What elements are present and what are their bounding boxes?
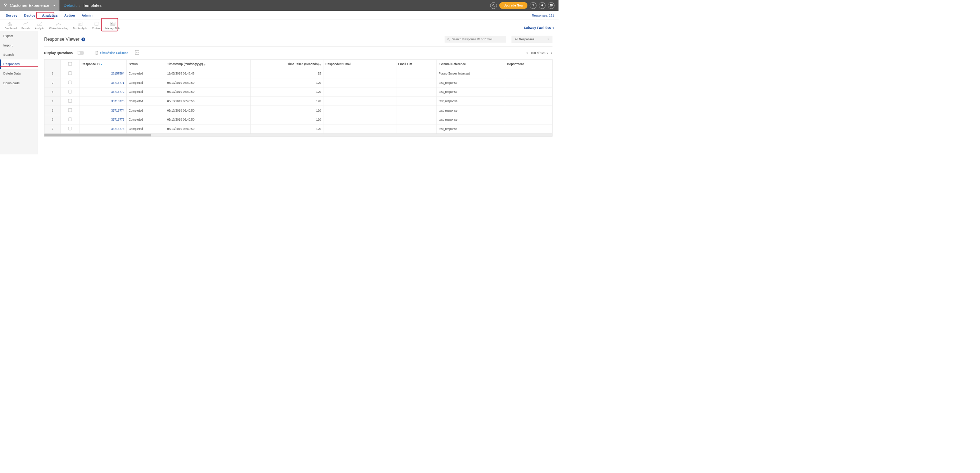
- col-response-id[interactable]: Response ID▼: [80, 60, 127, 69]
- row-checkbox-cell[interactable]: [61, 69, 80, 78]
- external-reference-cell: test_response: [437, 78, 505, 88]
- response-id-link[interactable]: 28157584: [82, 72, 124, 75]
- scrollbar-thumb[interactable]: [44, 134, 151, 137]
- main-content: Response Viewer ? All Responses ▼ Displa…: [38, 31, 558, 154]
- table-row: 735716776Completed05/13/2019 06:40:50120…: [44, 124, 552, 134]
- display-questions-toggle[interactable]: [77, 51, 84, 55]
- svg-rect-22: [95, 51, 96, 55]
- response-id-link[interactable]: 35716771: [82, 81, 124, 84]
- sidebar-item-search[interactable]: Search: [0, 50, 38, 59]
- project-dropdown[interactable]: Subway Facilities ▼: [524, 26, 557, 30]
- horizontal-scrollbar[interactable]: [44, 134, 552, 137]
- checkbox-icon[interactable]: [68, 62, 72, 66]
- brand-switcher[interactable]: ? Customer Experience ▼: [0, 0, 59, 11]
- top-header: ? Customer Experience ▼ Default › Templa…: [0, 0, 559, 11]
- tool-choice-modelling[interactable]: Choice Modelling: [47, 22, 70, 30]
- tool-analysis[interactable]: Analysis: [32, 22, 46, 30]
- row-checkbox-cell[interactable]: [61, 115, 80, 124]
- avatar[interactable]: JP: [548, 2, 554, 9]
- svg-rect-13: [95, 22, 98, 25]
- show-hide-columns[interactable]: Show/Hide Columns: [95, 51, 128, 55]
- response-search[interactable]: [445, 36, 506, 43]
- row-checkbox-cell[interactable]: [61, 88, 80, 97]
- status-cell: Completed: [127, 88, 165, 97]
- row-checkbox-cell[interactable]: [61, 124, 80, 134]
- col-external-reference[interactable]: External Reference: [437, 60, 505, 69]
- nav-survey[interactable]: Survey: [3, 11, 21, 19]
- analytics-toolbar: Dashboard Reports Analysis Choice Modell…: [0, 20, 559, 31]
- timestamp-cell: 05/13/2019 06:40:50: [165, 124, 251, 134]
- tool-reports[interactable]: Reports: [19, 22, 33, 30]
- sidebar-item-import[interactable]: Import: [0, 41, 38, 50]
- respondent-email-cell: [323, 69, 396, 78]
- time-taken-cell: 120: [250, 106, 323, 115]
- row-number: 5: [44, 106, 60, 115]
- email-list-cell: [396, 124, 437, 134]
- help-tooltip-icon[interactable]: ?: [81, 37, 85, 41]
- nav-deploy[interactable]: Deploy: [21, 11, 39, 19]
- response-id-link[interactable]: 35716774: [82, 109, 124, 112]
- checkbox-icon[interactable]: [68, 108, 72, 112]
- col-status[interactable]: Status: [127, 60, 165, 69]
- respondent-email-cell: [323, 97, 396, 106]
- tool-manage-data[interactable]: X Manage Data: [103, 22, 123, 30]
- pager-next-button[interactable]: ›: [551, 50, 553, 55]
- response-filter-dropdown[interactable]: All Responses ▼: [512, 36, 553, 43]
- time-taken-cell: 120: [250, 115, 323, 124]
- sidebar-item-responses[interactable]: Responses: [0, 59, 38, 69]
- nav-admin[interactable]: Admin: [78, 11, 96, 19]
- department-cell: [505, 115, 552, 124]
- upgrade-button[interactable]: Upgrade Now: [500, 2, 527, 9]
- chevron-down-icon: ▼: [53, 4, 56, 7]
- export-xls-button[interactable]: XLS: [135, 50, 140, 56]
- svg-line-1: [494, 6, 495, 6]
- col-respondent-email[interactable]: Respondent Email: [323, 60, 396, 69]
- col-rownum: [44, 60, 60, 69]
- col-select-all[interactable]: [61, 60, 80, 69]
- bell-icon[interactable]: [539, 2, 546, 9]
- row-checkbox-cell[interactable]: [61, 78, 80, 88]
- department-cell: [505, 106, 552, 115]
- row-checkbox-cell[interactable]: [61, 106, 80, 115]
- sidebar-item-downloads[interactable]: Downloads: [0, 78, 38, 88]
- sidebar-item-export[interactable]: Export: [0, 31, 38, 41]
- tool-dashboard[interactable]: Dashboard: [2, 22, 19, 30]
- search-icon[interactable]: [490, 2, 497, 9]
- help-icon[interactable]: ?: [530, 2, 536, 9]
- breadcrumb-root-link[interactable]: Default: [64, 3, 76, 8]
- table-row: 535716774Completed05/13/2019 06:40:50120…: [44, 106, 552, 115]
- status-cell: Completed: [127, 78, 165, 88]
- timestamp-cell: 05/13/2019 06:40:50: [165, 106, 251, 115]
- nav-action[interactable]: Action: [61, 11, 78, 19]
- checkbox-icon[interactable]: [68, 118, 72, 121]
- response-id-link[interactable]: 35716776: [82, 127, 124, 130]
- tool-custom[interactable]: Custom: [89, 22, 103, 30]
- breadcrumb-current: Templates: [83, 3, 102, 8]
- department-cell: [505, 78, 552, 88]
- col-timestamp[interactable]: Timestamp (mm/dd/yyyy)◆: [165, 60, 251, 69]
- col-department[interactable]: Department: [505, 60, 552, 69]
- response-id-link[interactable]: 35716775: [82, 118, 124, 121]
- chevron-down-icon: ▼: [546, 52, 548, 54]
- department-cell: [505, 69, 552, 78]
- checkbox-icon[interactable]: [68, 71, 72, 75]
- tool-text-analysis[interactable]: Text Analysis: [70, 22, 89, 30]
- checkbox-icon[interactable]: [68, 90, 72, 94]
- nav-analytics[interactable]: Analytics: [39, 11, 61, 19]
- table-row: 335716772Completed05/13/2019 06:40:50120…: [44, 88, 552, 97]
- col-time-taken[interactable]: Time Taken (Seconds)◆: [250, 60, 323, 69]
- timestamp-cell: 05/13/2019 06:40:50: [165, 88, 251, 97]
- pager-range-dropdown[interactable]: 1 - 100 of 123 ▼: [527, 51, 548, 55]
- response-search-input[interactable]: [452, 37, 504, 41]
- response-id-link[interactable]: 35716772: [82, 90, 124, 94]
- status-cell: Completed: [127, 97, 165, 106]
- col-email-list[interactable]: Email List: [396, 60, 437, 69]
- row-checkbox-cell[interactable]: [61, 97, 80, 106]
- status-cell: Completed: [127, 69, 165, 78]
- checkbox-icon[interactable]: [68, 127, 72, 130]
- checkbox-icon[interactable]: [68, 81, 72, 84]
- sidebar-item-delete-data[interactable]: Delete Data: [0, 69, 38, 78]
- time-taken-cell: 120: [250, 78, 323, 88]
- checkbox-icon[interactable]: [68, 99, 72, 103]
- response-id-link[interactable]: 35716773: [82, 99, 124, 103]
